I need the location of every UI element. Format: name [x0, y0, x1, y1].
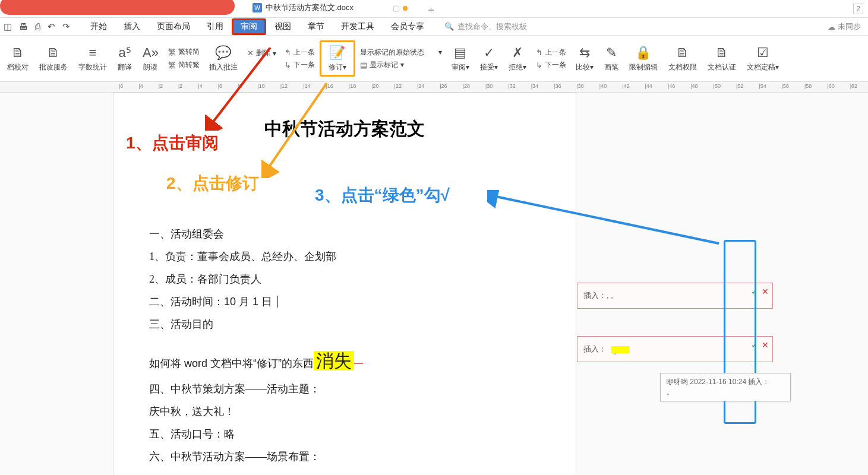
word-count-button[interactable]: ≡字数统计	[74, 43, 112, 74]
new-tab-button[interactable]: ＋	[426, 3, 436, 17]
doc-line: 五、活动口号：略	[149, 427, 540, 441]
doc-permission-button[interactable]: 🗎文档权限	[664, 43, 702, 74]
show-markup-button[interactable]: ▤显示标记▾	[360, 60, 442, 70]
review-pane-button[interactable]: ▤审阅▾	[447, 43, 474, 74]
speaker-icon: A»	[143, 45, 159, 61]
undo-icon[interactable]: ↶	[48, 21, 55, 32]
doc-line: 二、活动时间：10 月 1 日	[149, 294, 540, 309]
ruler-marks: |6|4|2|2|4|6|8|10|12|14|16|18|20|22|24|2…	[119, 83, 868, 89]
down-icon: ↳	[536, 61, 542, 69]
reject-icon: ✗	[512, 45, 523, 61]
down-arrow-icon: ↳	[285, 61, 291, 69]
reject-comment-icon[interactable]: ✕	[762, 287, 769, 296]
comment-highlight: 。	[611, 346, 629, 353]
cert-icon: 🗎	[715, 45, 728, 61]
tab-device-icon: ▢	[393, 4, 400, 12]
compare-button[interactable]: ⇆比较▾	[571, 43, 598, 74]
doc-line: 三、活动目的	[149, 317, 540, 331]
document-page[interactable]: 中秋节活动方案范文 一、活动组委会 1、负责：董事会成员、总经办、企划部 2、成…	[113, 93, 576, 475]
comment-tooltip: 咿呀哟 2022-11-16 10:24 插入：。	[660, 373, 791, 401]
reject-button[interactable]: ✗拒绝▾	[504, 43, 531, 74]
track-changes-highlight: 📝修订▾	[320, 40, 355, 77]
ink-button[interactable]: ✎画笔	[599, 43, 623, 74]
simp-to-trad-button[interactable]: 繁简转繁	[168, 60, 200, 71]
markup-state-dropdown[interactable]: 显示标记的原始状态▾	[360, 48, 442, 58]
accept-icon: ✓	[484, 45, 494, 61]
menu-layout[interactable]: 页面布局	[149, 19, 198, 34]
doc-line: 六、中秋节活动方案——场景布置：	[149, 449, 540, 464]
permission-icon: 🗎	[676, 45, 689, 61]
title-bar: W 中秋节活动方案范文.docx ▢ ＋ 2	[0, 0, 868, 18]
insert-comment-button[interactable]: 💬插入批注	[204, 43, 242, 74]
menu-insert[interactable]: 插入	[115, 19, 149, 34]
document-tab[interactable]: W 中秋节活动方案范文.docx ▢	[252, 2, 400, 13]
comment-label: 插入：, ,	[583, 291, 613, 300]
translate-icon: a⁵	[118, 45, 131, 61]
menu-devtools[interactable]: 开发工具	[333, 19, 383, 34]
menu-review[interactable]: 审阅	[232, 18, 266, 35]
menu-view[interactable]: 视图	[266, 19, 299, 34]
menu-references[interactable]: 引用	[198, 19, 232, 34]
doc-line: 1、负责：董事会成员、总经办、企划部	[149, 249, 540, 264]
menu-sections[interactable]: 章节	[299, 19, 333, 34]
sync-label: 未同步	[838, 21, 861, 32]
doc-line: 2、成员：各部门负责人	[149, 272, 540, 286]
word-count-icon: ≡	[89, 45, 97, 61]
comment-label: 插入：	[583, 344, 607, 353]
pane-icon: ▤	[454, 45, 466, 61]
menu-member[interactable]: 会员专享	[383, 19, 433, 34]
review-service-button[interactable]: 🗎批改服务	[34, 43, 72, 74]
comment-icon: 💬	[215, 45, 231, 61]
markup-icon: ▤	[360, 61, 367, 69]
doc-line: 如何将 word 文档中将“修订”的东西消失	[149, 349, 540, 373]
search-placeholder: 查找命令、搜索模板	[457, 21, 527, 32]
doc-auth-button[interactable]: 🗎文档认证	[703, 43, 741, 74]
next-change-button[interactable]: ↳下一条	[536, 60, 566, 70]
word-doc-icon: W	[252, 3, 262, 12]
proofread-button[interactable]: 🗎档校对	[2, 43, 33, 74]
next-comment-button[interactable]: ↳下一条	[285, 60, 315, 70]
doc-title: 中秋节活动方案范文	[149, 117, 540, 141]
track-icon: 📝	[329, 45, 345, 61]
review-service-icon: 🗎	[47, 45, 60, 61]
redaction-overlay	[0, 0, 235, 15]
translate-button[interactable]: a⁵翻译	[113, 43, 137, 74]
doc-line: 一、活动组委会	[149, 227, 540, 241]
delete-comment-button[interactable]: ✕删除▾	[247, 48, 276, 58]
horizontal-ruler[interactable]: |6|4|2|2|4|6|8|10|12|14|16|18|20|22|24|2…	[0, 82, 868, 93]
trad-to-simp-button[interactable]: 繁繁转简	[168, 47, 200, 58]
print-icon[interactable]: 🖶	[19, 21, 28, 32]
document-name: 中秋节活动方案范文.docx	[266, 2, 353, 13]
reject-comment-icon[interactable]: ✕	[762, 340, 769, 350]
prev-change-button[interactable]: ↰上一条	[536, 48, 566, 58]
command-search[interactable]: 🔍 查找命令、搜索模板	[444, 21, 527, 32]
cloud-icon: ☁	[828, 23, 835, 31]
window-indicator[interactable]: 2	[853, 4, 863, 14]
up-arrow-icon: ↰	[285, 48, 291, 57]
ribbon: 🗎档校对 🗎批改服务 ≡字数统计 a⁵翻译 A»朗读 繁繁转简 繁简转繁 💬插入…	[0, 36, 868, 82]
compare-icon: ⇆	[579, 45, 590, 61]
highlighted-text: 消失	[314, 351, 354, 370]
menu-start[interactable]: 开始	[82, 19, 115, 34]
redo-icon[interactable]: ↷	[62, 21, 70, 32]
unsaved-indicator-icon	[403, 6, 408, 11]
accept-button[interactable]: ✓接受▾	[475, 43, 503, 74]
preview-icon[interactable]: ⎙	[35, 21, 40, 32]
restrict-edit-button[interactable]: 🔒限制编辑	[624, 43, 662, 74]
search-icon: 🔍	[444, 22, 454, 31]
prev-comment-button[interactable]: ↰上一条	[285, 48, 315, 58]
document-area: 中秋节活动方案范文 一、活动组委会 1、负责：董事会成员、总经办、企划部 2、成…	[0, 93, 868, 475]
qat-icon-1[interactable]: ◫	[4, 21, 12, 32]
delete-icon: ✕	[247, 49, 254, 58]
track-changes-button[interactable]: 📝修订▾	[324, 43, 351, 74]
check-doc-icon: ☑	[757, 45, 769, 61]
pen-icon: ✎	[606, 45, 617, 61]
quick-access-toolbar: ◫ 🖶 ⎙ ↶ ↷	[4, 21, 82, 32]
menu-bar: ◫ 🖶 ⎙ ↶ ↷ 开始 插入 页面布局 引用 审阅 视图 章节 开发工具 会员…	[0, 18, 868, 36]
doc-final-button[interactable]: ☑文档定稿▾	[742, 43, 784, 74]
sync-status[interactable]: ☁ 未同步	[828, 21, 861, 32]
proofread-icon: 🗎	[11, 45, 24, 61]
doc-line: 四、中秋节策划方案——活动主题：	[149, 382, 540, 396]
doc-line: 庆中秋，送大礼！	[149, 404, 540, 419]
read-aloud-button[interactable]: A»朗读	[138, 43, 163, 74]
